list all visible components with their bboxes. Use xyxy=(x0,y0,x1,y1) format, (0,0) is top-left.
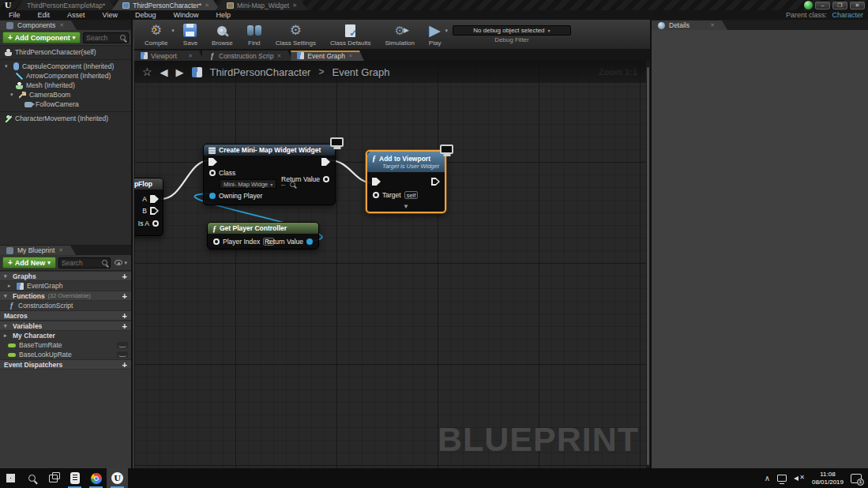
marketplace-orb-icon[interactable] xyxy=(804,1,813,9)
tab-components[interactable]: Components ✕ xyxy=(0,21,77,30)
event-graph-canvas[interactable]: ☆ ◀ ▶ ThirdPersonCharacter > Event Graph… xyxy=(134,61,650,468)
component-row-self[interactable]: ThirdPersonCharacter(self) xyxy=(0,47,131,57)
close-icon[interactable]: ✕ xyxy=(348,53,358,59)
close-icon[interactable]: ✕ xyxy=(58,247,70,253)
exec-in-pin[interactable] xyxy=(372,178,381,186)
node-create-widget[interactable]: Create Mini- Map Widget Widget Class Min… xyxy=(203,144,336,205)
favorite-star-icon[interactable]: ☆ xyxy=(142,66,152,78)
pin-owning-player[interactable]: Owning Player xyxy=(209,192,262,200)
caret-collapsed-icon[interactable]: ▸ xyxy=(8,283,13,289)
node-flipflop[interactable]: FlipFlop A B Is A xyxy=(134,178,163,236)
pin-is-a[interactable]: Is A xyxy=(138,220,159,227)
components-search-input[interactable] xyxy=(86,34,120,42)
tray-expand-icon[interactable]: ∧ xyxy=(765,474,770,482)
chrome-button[interactable] xyxy=(85,468,107,488)
add-macro-button[interactable]: + xyxy=(122,311,127,321)
row-my-character-category[interactable]: ▸ My Character xyxy=(0,331,131,340)
menu-view[interactable]: View xyxy=(94,11,126,19)
class-settings-button[interactable]: ⚙ Class Settings xyxy=(269,21,323,49)
section-macros[interactable]: Macros + xyxy=(0,310,131,321)
class-defaults-button[interactable]: Class Defaults xyxy=(323,21,378,49)
row-eventgraph[interactable]: ▸ EventGraph xyxy=(0,281,131,291)
minimize-button[interactable]: – xyxy=(815,2,830,9)
eye-closed-icon[interactable] xyxy=(117,342,128,348)
caret-expanded-icon[interactable]: ▾ xyxy=(5,63,10,69)
tab-event-graph[interactable]: Event Graph ✕ xyxy=(291,51,364,61)
close-icon[interactable]: ✕ xyxy=(276,53,286,59)
component-row-capsule[interactable]: ▾ CapsuleComponent (Inherited) xyxy=(0,59,131,71)
play-button[interactable]: ▶ Play xyxy=(422,21,449,49)
menu-asset[interactable]: Asset xyxy=(58,11,94,19)
pin-return-value[interactable]: Return Value xyxy=(281,175,329,183)
close-icon[interactable]: ✕ xyxy=(59,22,70,28)
doc-tab-example-map[interactable]: ThirdPersonExampleMap* xyxy=(16,0,116,10)
compile-options-dropdown[interactable]: ▾ xyxy=(171,28,175,34)
caret-expanded-icon[interactable]: ▾ xyxy=(4,273,9,280)
section-functions[interactable]: ▾ Functions (32 Overridable) + xyxy=(0,291,131,301)
breadcrumb-root[interactable]: ThirdPersonCharacter xyxy=(210,66,311,78)
taskbar-clock[interactable]: 11:08 08/01/2019 xyxy=(812,471,844,485)
breadcrumb-current[interactable]: Event Graph xyxy=(332,66,389,78)
visibility-filter-button[interactable]: ▾ xyxy=(113,260,129,266)
speaker-muted-icon[interactable] xyxy=(794,475,805,482)
save-button[interactable]: Save xyxy=(176,21,205,49)
browse-button[interactable]: Browse xyxy=(205,21,240,49)
caret-expanded-icon[interactable]: ▾ xyxy=(4,293,9,299)
row-baseturnrate[interactable]: BaseTurnRate xyxy=(0,340,131,350)
exec-in-pin[interactable] xyxy=(209,158,217,166)
components-search[interactable] xyxy=(83,32,129,43)
taskbar-search-button[interactable] xyxy=(21,468,43,488)
node-get-player-controller[interactable]: ƒ Get Player Controller Player Index 0 R… xyxy=(207,222,319,250)
close-icon[interactable]: ✕ xyxy=(205,2,209,9)
add-variable-button[interactable]: + xyxy=(122,321,127,331)
maximize-button[interactable]: ❐ xyxy=(832,2,847,9)
debug-object-dropdown[interactable]: No debug object selected ▾ xyxy=(453,25,571,36)
notification-center-icon[interactable]: 1 xyxy=(851,474,862,483)
component-row-arrow[interactable]: ArrowComponent (Inherited) xyxy=(0,71,131,81)
start-button[interactable] xyxy=(0,468,21,488)
component-row-cameraboom[interactable]: ▾ CameraBoom xyxy=(0,90,131,99)
graph-vertical-scrollbar[interactable] xyxy=(646,61,650,468)
section-event-dispatchers[interactable]: Event Dispatchers + xyxy=(0,359,131,370)
pin-return-value[interactable]: Return Value xyxy=(265,238,313,246)
add-graph-button[interactable]: + xyxy=(122,272,127,281)
network-icon[interactable] xyxy=(777,475,787,482)
simulation-button[interactable]: ⚙ Simulation xyxy=(378,21,422,49)
caret-collapsed-icon[interactable]: ▸ xyxy=(4,332,9,339)
doc-tab-character[interactable]: ThirdPersonCharacter* ✕ xyxy=(111,0,220,10)
component-row-movement[interactable]: CharacterMovement (Inherited) xyxy=(0,111,131,123)
tab-details[interactable]: Details ✕ xyxy=(652,21,727,30)
task-view-button[interactable] xyxy=(43,468,64,488)
compile-button[interactable]: ⚙ ? Compile xyxy=(137,21,175,49)
section-variables[interactable]: ▾ Variables + xyxy=(0,321,131,331)
menu-help[interactable]: Help xyxy=(207,11,239,19)
epic-games-launcher-button[interactable] xyxy=(64,468,85,488)
find-button[interactable]: Find xyxy=(240,21,269,49)
doc-tab-minimap-widget[interactable]: Mini-Map_Widget ✕ xyxy=(216,0,308,10)
pin-class[interactable]: Class xyxy=(209,169,235,177)
add-new-button[interactable]: + Add New ▾ xyxy=(2,257,56,268)
play-options-dropdown[interactable]: ▾ xyxy=(445,28,448,34)
node-add-to-viewport[interactable]: ƒ Add to Viewport Target is User Widget … xyxy=(366,150,446,213)
pin-exec-b[interactable]: B xyxy=(142,207,159,215)
target-default-value[interactable]: self xyxy=(404,191,419,199)
parent-class-link[interactable]: Character xyxy=(832,11,863,19)
caret-expanded-icon[interactable]: ▾ xyxy=(4,323,9,329)
tab-construction-script[interactable]: ƒ Construction Scrip ✕ xyxy=(202,51,292,61)
add-function-button[interactable]: + xyxy=(122,291,127,301)
node-expander-icon[interactable]: ▼ xyxy=(403,203,409,210)
menu-debug[interactable]: Debug xyxy=(126,11,165,19)
menu-window[interactable]: Window xyxy=(164,11,207,19)
component-row-mesh[interactable]: Mesh (Inherited) xyxy=(0,81,131,90)
exec-out-pin[interactable] xyxy=(321,158,330,166)
add-component-button[interactable]: + Add Component ▾ xyxy=(2,32,81,43)
pin-exec-a[interactable]: A xyxy=(142,195,159,203)
tab-viewport[interactable]: Viewport ✕ xyxy=(134,51,204,61)
row-baselookuprate[interactable]: BaseLookUpRate xyxy=(0,350,131,359)
component-row-followcamera[interactable]: FollowCamera xyxy=(0,99,131,109)
row-constructionscript[interactable]: ƒ ConstructionScript xyxy=(0,301,131,310)
back-icon[interactable]: ◀ xyxy=(160,66,168,78)
eye-closed-icon[interactable] xyxy=(117,351,128,358)
close-icon[interactable]: ✕ xyxy=(188,53,197,59)
add-dispatcher-button[interactable]: + xyxy=(122,360,127,370)
